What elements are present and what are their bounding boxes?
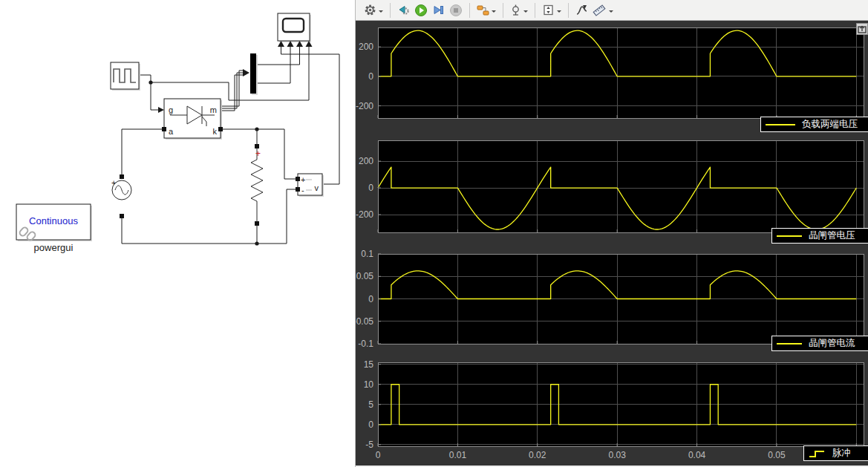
powergui-mode-text: Continuous	[29, 215, 78, 226]
demux-block[interactable]	[250, 53, 258, 95]
measurements-ruler-icon	[593, 4, 607, 17]
dropdown-caret	[557, 10, 561, 15]
x-tick-label: 0.02	[529, 450, 546, 460]
dropdown-caret	[609, 10, 613, 15]
ac-source-plus-label: +	[111, 178, 116, 187]
port-square-vm-plus	[296, 177, 300, 181]
measurements-button[interactable]	[590, 1, 616, 19]
step-forward-button[interactable]	[430, 1, 447, 19]
resistor-plus-label: +	[255, 148, 261, 159]
thyristor-block[interactable]: g m a k	[162, 99, 223, 140]
port-square-src-top	[120, 174, 124, 179]
scope-axes-svg: 2000-2002000-2000.10.050-0.05-0.1151050-…	[356, 21, 868, 467]
port-square-vm-minus	[296, 187, 300, 192]
maximize-axes-icon	[858, 25, 867, 33]
signal-wires[interactable]	[122, 47, 339, 244]
settings-button[interactable]	[362, 1, 385, 19]
trigger-button[interactable]	[508, 1, 530, 19]
legend-thyristor-current[interactable]: 晶闸管电流	[771, 336, 868, 351]
highlight-block-icon	[477, 4, 489, 16]
screen: g m a k + +	[0, 0, 868, 467]
pulse-generator-block[interactable]	[111, 62, 140, 91]
scope-block[interactable]	[278, 13, 313, 47]
run-icon	[414, 4, 428, 17]
powergui-block-name: powergui	[34, 242, 74, 253]
ac-voltage-source-block[interactable]: +	[111, 174, 131, 218]
y-tick-label: 5	[368, 399, 373, 410]
resistor-block[interactable]: +	[251, 144, 263, 226]
plot-axes-thyristor-current: 0.10.050-0.05-0.1	[356, 249, 864, 349]
line-sample-icon	[777, 343, 802, 344]
step-forward-icon	[432, 4, 445, 16]
scope-window: 2000-2002000-2000.10.050-0.05-0.1151050-…	[355, 0, 868, 467]
y-tick-label: 10	[364, 379, 374, 390]
line-sample-icon	[766, 124, 795, 125]
voltage-measurement-block[interactable]: + - v	[296, 174, 324, 197]
legend-label: 负载两端电压	[802, 118, 858, 131]
dropdown-caret	[523, 10, 528, 15]
simulink-model-canvas[interactable]: g m a k + +	[0, 0, 355, 467]
y-tick-label: 0	[368, 71, 373, 82]
port-square-k	[218, 127, 223, 131]
maximize-axes-button[interactable]	[856, 23, 868, 35]
y-tick-label: -200	[356, 101, 373, 111]
port-square-src-bottom	[120, 214, 124, 218]
cursor-measurements-button[interactable]	[573, 1, 590, 19]
scope-toolbar	[356, 0, 868, 21]
step-back-icon	[397, 4, 410, 16]
y-tick-label: 0.1	[361, 249, 373, 259]
powergui-block[interactable]: Continuous powergui	[16, 204, 92, 253]
legend-label: 脉冲	[832, 447, 851, 460]
scope-plot-area: 2000-2002000-2000.10.050-0.05-0.1151050-…	[356, 21, 868, 467]
y-tick-label: 0.05	[356, 271, 374, 281]
x-tick-label: 0	[376, 450, 381, 460]
y-tick-label: 200	[359, 156, 373, 166]
port-label-m: m	[210, 105, 217, 114]
vm-plus-label: +	[301, 175, 305, 184]
vm-minus-label: -	[301, 186, 304, 195]
toolbar-separator	[503, 3, 503, 18]
simulink-diagram: g m a k + +	[0, 0, 355, 467]
y-tick-label: -200	[356, 209, 373, 220]
y-tick-label: 200	[359, 42, 373, 52]
legend-pulse[interactable]: 脉冲	[803, 445, 868, 461]
trigger-icon	[510, 4, 521, 16]
legend-thyristor-voltage[interactable]: 晶闸管电压	[771, 228, 868, 244]
dropdown-caret	[492, 10, 496, 15]
port-label-g: g	[169, 105, 173, 114]
legend-load-voltage[interactable]: 负载两端电压	[760, 117, 868, 132]
x-tick-label: 0.05	[768, 450, 786, 460]
scale-axes-button[interactable]	[540, 1, 564, 19]
gear-icon	[364, 4, 376, 16]
x-tick-label: 0.01	[449, 450, 467, 460]
legend-label: 晶闸管电压	[809, 229, 855, 242]
plot-axes-load-voltage: 2000-200	[356, 27, 864, 118]
stop-icon	[449, 4, 463, 17]
toolbar-separator	[535, 3, 535, 18]
y-tick-label: -0.1	[358, 339, 373, 349]
highlight-simulink-block-button[interactable]	[474, 1, 498, 19]
stair-line-sample-icon	[809, 448, 826, 458]
x-tick-label: 0.04	[688, 450, 706, 460]
vm-output-label: v	[315, 183, 319, 192]
plot-axes-thyristor-voltage: 2000-200	[356, 140, 864, 232]
toolbar-separator	[568, 3, 569, 18]
y-tick-label: 0	[368, 419, 373, 430]
toolbar-separator	[469, 3, 470, 18]
cursor-measurements-icon	[575, 4, 588, 16]
y-tick-label: -5	[365, 440, 373, 450]
port-label-a: a	[169, 127, 174, 136]
port-square-a	[162, 127, 166, 131]
run-button[interactable]	[412, 1, 430, 19]
step-back-button[interactable]	[395, 1, 412, 19]
y-tick-label: 0	[368, 294, 373, 304]
legend-label: 晶闸管电流	[809, 337, 855, 350]
dropdown-caret	[379, 10, 383, 15]
plot-axes-pulse: 151050-500.010.020.030.040.050.06	[364, 359, 866, 460]
y-tick-label: -0.05	[356, 316, 373, 327]
y-tick-label: 0	[368, 183, 373, 193]
x-tick-label: 0.03	[608, 450, 626, 460]
y-tick-label: 15	[364, 359, 374, 370]
stop-button[interactable]	[447, 1, 465, 19]
port-label-k: k	[213, 127, 218, 136]
